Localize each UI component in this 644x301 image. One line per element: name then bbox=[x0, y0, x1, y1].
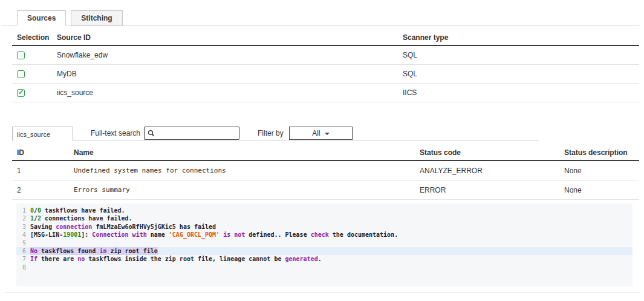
log-line-number: 3 bbox=[16, 223, 26, 231]
column-header-source-id: Source ID bbox=[57, 33, 403, 42]
selection-cell bbox=[17, 89, 57, 97]
scanner-type-cell: IICS bbox=[403, 88, 639, 97]
scanner-type-cell: SQL bbox=[403, 51, 639, 59]
log-line: 7If there are no taskflows inside the zi… bbox=[16, 255, 633, 263]
log-line-text: 0/0 taskflows have failed. bbox=[30, 207, 125, 214]
tab-sources[interactable]: Sources bbox=[17, 10, 66, 26]
log-line: 21/2 connections have failed. bbox=[16, 214, 633, 222]
log-line: 5 bbox=[16, 239, 633, 247]
log-line: 8 bbox=[16, 263, 633, 271]
filter-dropdown[interactable]: All bbox=[289, 127, 353, 140]
search-input[interactable] bbox=[157, 128, 236, 138]
table-row[interactable]: Snowflake_edwSQL bbox=[12, 46, 639, 65]
issue-name-cell: Undefined system names for connections bbox=[74, 167, 420, 174]
column-header-status-description: Status description bbox=[564, 148, 639, 157]
status-code-cell: ERROR bbox=[420, 186, 564, 194]
scanner-report-screen: Sources Stitching Selection Source ID Sc… bbox=[0, 0, 644, 301]
sources-table-header: Selection Source ID Scanner type bbox=[12, 30, 639, 46]
column-header-status-code: Status code bbox=[420, 148, 564, 157]
full-text-search-label: Full-text search bbox=[73, 129, 140, 137]
log-line-number: 4 bbox=[16, 231, 26, 239]
scanner-type-cell: SQL bbox=[403, 70, 639, 78]
chevron-down-icon bbox=[325, 133, 330, 135]
log-line-text: Saving connection fmLMzaEw6oRfHVy5jGKic5… bbox=[30, 223, 216, 231]
status-code-cell: ANALYZE_ERROR bbox=[420, 167, 564, 175]
filter-dropdown-value: All bbox=[312, 129, 320, 137]
row-checkbox[interactable] bbox=[17, 51, 25, 59]
source-id-cell: Snowflake_edw bbox=[57, 51, 403, 59]
row-checkbox[interactable] bbox=[17, 70, 25, 78]
log-line-number: 1 bbox=[16, 207, 26, 214]
issue-id-cell: 2 bbox=[17, 186, 74, 194]
log-line: 4[MSG-LIN-19001]: Connection with name '… bbox=[16, 231, 633, 239]
column-header-scanner-type: Scanner type bbox=[403, 33, 639, 42]
toolbar-underline bbox=[12, 141, 539, 141]
log-line-number: 7 bbox=[16, 255, 26, 263]
status-description-cell: None bbox=[564, 167, 639, 175]
issues-table-header: ID Name Status code Status description bbox=[12, 145, 639, 161]
column-header-id: ID bbox=[17, 148, 74, 157]
sources-table-body: Snowflake_edwSQLMyDBSQLiics_sourceIICS bbox=[12, 46, 639, 102]
selection-cell bbox=[17, 51, 57, 59]
log-line-text: [MSG-LIN-19001]: Connection with name 'C… bbox=[30, 231, 398, 239]
error-log-viewer[interactable]: 10/0 taskflows have failed.21/2 connecti… bbox=[16, 203, 633, 286]
source-id-cell: MyDB bbox=[57, 70, 403, 78]
issues-table: ID Name Status code Status description 1… bbox=[12, 145, 639, 200]
column-header-selection: Selection bbox=[17, 33, 57, 42]
table-row[interactable]: 1Undefined system names for connectionsA… bbox=[12, 161, 639, 180]
issues-table-body: 1Undefined system names for connectionsA… bbox=[12, 161, 639, 200]
log-line-text: 1/2 connections have failed. bbox=[30, 214, 132, 222]
log-line-number: 8 bbox=[16, 263, 26, 271]
bottom-divider bbox=[5, 292, 640, 293]
tab-iics-source[interactable]: iics_source bbox=[12, 127, 73, 141]
issue-id-cell: 1 bbox=[17, 167, 74, 175]
log-line-number: 5 bbox=[16, 239, 26, 247]
issue-name-cell: Errors summary bbox=[74, 186, 420, 194]
source-id-cell: iics_source bbox=[57, 88, 403, 97]
status-description-cell: None bbox=[564, 186, 639, 194]
top-tab-bar: Sources Stitching bbox=[1, 0, 640, 26]
selection-cell bbox=[17, 70, 57, 78]
table-row[interactable]: 2Errors summaryERRORNone bbox=[12, 180, 639, 200]
row-checkbox[interactable] bbox=[17, 89, 25, 97]
log-line-number: 2 bbox=[16, 214, 26, 222]
log-line: 10/0 taskflows have failed. bbox=[16, 207, 633, 214]
column-header-name: Name bbox=[74, 148, 420, 157]
tab-stitching[interactable]: Stitching bbox=[71, 10, 122, 26]
table-row[interactable]: iics_sourceIICS bbox=[12, 84, 639, 102]
sources-table: Selection Source ID Scanner type Snowfla… bbox=[12, 30, 639, 102]
search-icon bbox=[148, 130, 155, 137]
search-box[interactable] bbox=[144, 127, 239, 140]
log-line: 6No taskflows found in zip root file bbox=[16, 247, 633, 255]
log-line-text: No taskflows found in zip root file bbox=[30, 247, 158, 255]
issues-toolbar: iics_source Full-text search Filter by A… bbox=[0, 125, 644, 142]
log-line: 3Saving connection fmLMzaEw6oRfHVy5jGKic… bbox=[16, 223, 633, 231]
table-row[interactable]: MyDBSQL bbox=[12, 65, 639, 84]
filter-by-label: Filter by bbox=[258, 129, 284, 137]
log-line-number: 6 bbox=[16, 247, 26, 255]
log-line-text: If there are no taskflows inside the zip… bbox=[30, 255, 322, 263]
